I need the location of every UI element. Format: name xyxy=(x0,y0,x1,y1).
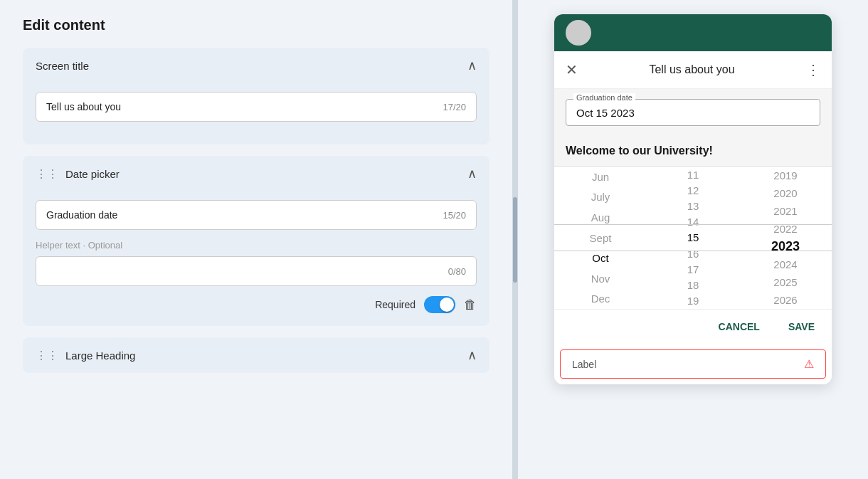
phone-topbar xyxy=(554,14,832,51)
screen-title-header: Screen title ∧ xyxy=(23,48,489,83)
save-button[interactable]: SAVE xyxy=(783,318,820,335)
month-item-jun[interactable]: Jun xyxy=(554,167,647,187)
date-picker-chevron-icon[interactable]: ∧ xyxy=(467,166,477,181)
screen-title-counter: 17/20 xyxy=(443,102,466,112)
month-item-aug[interactable]: Aug xyxy=(554,207,647,228)
screen-title-section: Screen title ∧ 17/20 xyxy=(23,48,489,144)
helper-text-input-wrapper: 0/80 xyxy=(36,256,477,286)
delete-icon[interactable]: 🗑 xyxy=(464,298,477,312)
scrollbar[interactable] xyxy=(512,0,518,479)
date-picker-body: 15/20 Helper text · Optional 0/80 Requir… xyxy=(23,191,489,326)
large-heading-drag-icon[interactable]: ⋮⋮ xyxy=(36,349,58,362)
day-item-18[interactable]: 18 xyxy=(647,278,739,293)
modal-more-icon[interactable]: ⋮ xyxy=(806,61,820,78)
month-item-sept[interactable]: Sept xyxy=(554,228,647,248)
date-picker-section: ⋮⋮ Date picker ∧ 15/20 Helper text · Opt… xyxy=(23,156,489,326)
large-heading-section: ⋮⋮ Large Heading ∧ xyxy=(23,337,489,373)
day-picker-col[interactable]: 11 12 13 14 15 16 17 18 19 xyxy=(647,167,739,309)
welcome-area: Welcome to our University! xyxy=(554,136,832,167)
dialog-actions: CANCEL SAVE xyxy=(554,309,832,344)
avatar xyxy=(566,20,591,46)
large-heading-chevron-icon[interactable]: ∧ xyxy=(467,347,477,363)
screen-title-input[interactable] xyxy=(46,101,435,112)
day-item-17[interactable]: 17 xyxy=(647,261,739,277)
day-item-13[interactable]: 13 xyxy=(647,198,739,214)
date-field-label: Graduation date xyxy=(573,93,635,102)
toggle-thumb xyxy=(440,298,454,312)
month-item-nov[interactable]: Nov xyxy=(554,268,647,289)
month-item-dec[interactable]: Dec xyxy=(554,288,647,309)
graduation-date-counter: 15/20 xyxy=(443,210,466,221)
date-picker-label: Date picker xyxy=(65,168,120,180)
modal-close-icon[interactable]: ✕ xyxy=(566,61,578,78)
screen-title-body: 17/20 xyxy=(23,83,489,144)
modal-header: ✕ Tell us about you ⋮ xyxy=(554,51,832,89)
large-heading-header-left: ⋮⋮ Large Heading xyxy=(36,349,135,362)
required-label: Required xyxy=(375,299,416,310)
helper-text-counter: 0/80 xyxy=(448,266,466,277)
date-field-value: Oct 15 2023 xyxy=(576,107,635,119)
month-picker-col[interactable]: Jun July Aug Sept Oct Nov Dec xyxy=(554,167,647,309)
day-item-14[interactable]: 14 xyxy=(647,214,739,230)
date-picker-scroll[interactable]: Jun July Aug Sept Oct Nov Dec 11 12 13 1… xyxy=(554,167,832,309)
modal-title: Tell us about you xyxy=(649,63,734,76)
year-item-2020[interactable]: 2020 xyxy=(739,184,832,202)
right-panel: ✕ Tell us about you ⋮ Graduation date Oc… xyxy=(518,0,868,479)
welcome-text: Welcome to our University! xyxy=(566,144,713,157)
day-item-19[interactable]: 19 xyxy=(647,293,739,309)
helper-text-input[interactable] xyxy=(46,265,441,277)
graduation-date-input-wrapper: 15/20 xyxy=(36,200,477,230)
graduation-date-input[interactable] xyxy=(46,209,435,221)
year-item-2019[interactable]: 2019 xyxy=(739,167,832,184)
drag-icon[interactable]: ⋮⋮ xyxy=(36,167,58,181)
page-title: Edit content xyxy=(23,17,489,33)
year-item-2022[interactable]: 2022 xyxy=(739,220,832,238)
year-item-2025[interactable]: 2025 xyxy=(739,273,832,291)
date-picker-header-left: ⋮⋮ Date picker xyxy=(36,167,120,181)
month-item-july[interactable]: July xyxy=(554,187,647,208)
bottom-label-area: Label ⚠ xyxy=(560,349,826,379)
left-panel: Edit content Screen title ∧ 17/20 ⋮⋮ Dat… xyxy=(0,0,512,479)
year-item-2021[interactable]: 2021 xyxy=(739,202,832,220)
phone-frame: ✕ Tell us about you ⋮ Graduation date Oc… xyxy=(554,14,832,384)
scrollbar-thumb xyxy=(513,197,517,283)
large-heading-label: Large Heading xyxy=(65,349,135,362)
helper-text-label: Helper text · Optional xyxy=(36,240,477,251)
year-item-2024[interactable]: 2024 xyxy=(739,256,832,273)
month-item-oct[interactable]: Oct xyxy=(554,248,647,268)
day-item-12[interactable]: 12 xyxy=(647,182,739,198)
screen-title-label: Screen title xyxy=(36,60,89,72)
year-picker-col[interactable]: 2019 2020 2021 2022 2023 2024 2025 2026 xyxy=(739,167,832,309)
date-picker-header: ⋮⋮ Date picker ∧ xyxy=(23,156,489,191)
required-toggle[interactable] xyxy=(424,296,455,313)
day-item-16[interactable]: 16 xyxy=(647,246,739,261)
toggle-track[interactable] xyxy=(424,296,455,313)
year-item-2026[interactable]: 2026 xyxy=(739,291,832,309)
screen-title-input-wrapper: 17/20 xyxy=(36,92,477,122)
day-item-15[interactable]: 15 xyxy=(647,230,739,246)
large-heading-header: ⋮⋮ Large Heading ∧ xyxy=(23,337,489,373)
bottom-label-text: Label xyxy=(572,359,596,370)
required-row: Required 🗑 xyxy=(36,296,477,313)
year-item-2023[interactable]: 2023 xyxy=(739,238,832,256)
day-item-11[interactable]: 11 xyxy=(647,167,739,182)
warning-icon: ⚠ xyxy=(804,357,814,371)
date-field-wrapper[interactable]: Graduation date Oct 15 2023 xyxy=(566,99,820,126)
screen-title-chevron-icon[interactable]: ∧ xyxy=(467,58,477,73)
date-input-section: Graduation date Oct 15 2023 xyxy=(554,89,832,136)
modal-overlay: ✕ Tell us about you ⋮ Graduation date Oc… xyxy=(554,51,832,379)
cancel-button[interactable]: CANCEL xyxy=(713,318,766,335)
